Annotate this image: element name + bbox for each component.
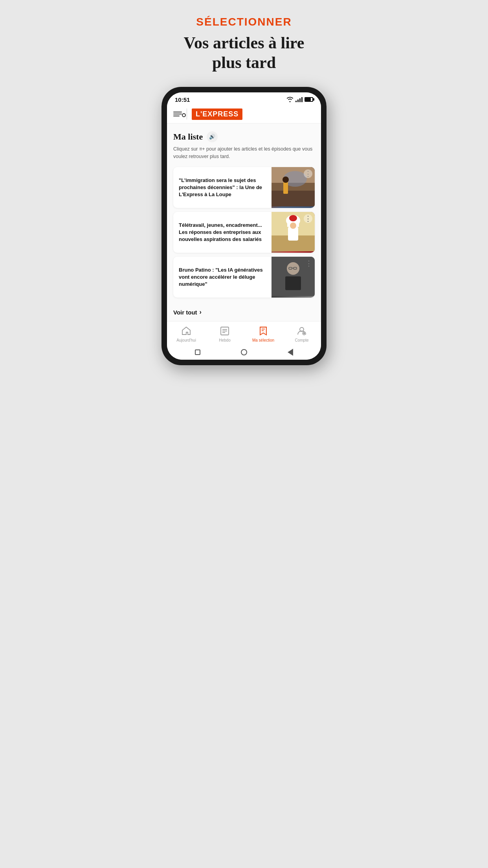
section-header: Ma liste 🔊: [173, 131, 315, 142]
action-label: SÉLECTIONNER: [161, 16, 327, 28]
signal-icon: [295, 97, 303, 102]
newspaper-icon: [219, 326, 230, 337]
svg-rect-11: [288, 227, 298, 241]
sound-icon[interactable]: 🔊: [207, 131, 218, 142]
search-circle: [182, 113, 186, 117]
article-image: ⋮: [272, 212, 315, 253]
svg-rect-15: [285, 276, 301, 290]
articles-list: "L'immigration sera le sujet des prochai…: [173, 167, 315, 298]
nav-item-compte[interactable]: Compte: [283, 326, 321, 342]
nav-label-aujourdhui: Aujourd'hui: [176, 338, 196, 342]
article-image: ⋮: [272, 257, 315, 298]
home-icon: [181, 326, 192, 337]
page-header: SÉLECTIONNER Vos articles à lire plus ta…: [161, 16, 327, 73]
section-title: Ma liste: [173, 132, 203, 142]
bottom-nav: Aujourd'hui Hebdo: [167, 321, 321, 345]
article-card[interactable]: "L'immigration sera le sujet des prochai…: [173, 167, 315, 208]
more-options-button[interactable]: ⋮: [304, 214, 312, 223]
article-image: ⋮: [272, 167, 315, 208]
android-recent-button[interactable]: [195, 349, 200, 355]
page-subtitle: Vos articles à lire plus tard: [161, 33, 327, 73]
article-title: "L'immigration sera le sujet des prochai…: [179, 177, 268, 199]
android-nav-bar: [167, 345, 321, 360]
account-icon: [296, 326, 307, 337]
nav-item-aujourdhui[interactable]: Aujourd'hui: [167, 326, 205, 342]
phone-screen: 10:51: [167, 92, 321, 360]
phone-frame: 10:51: [161, 87, 327, 366]
article-title: Bruno Patino : "Les IA génératives vont …: [179, 267, 268, 288]
svg-point-25: [304, 333, 305, 334]
article-card[interactable]: Bruno Patino : "Les IA génératives vont …: [173, 257, 315, 298]
status-icons: [286, 97, 313, 102]
svg-rect-1: [272, 191, 315, 206]
article-card[interactable]: Télétravail, jeunes, encadrement... Les …: [173, 212, 315, 253]
android-home-button[interactable]: [241, 349, 247, 355]
app-content: Ma liste 🔊 Cliquez sur ≡+ pour ajouter l…: [167, 123, 321, 322]
app-header: L'EXPRESS: [167, 105, 321, 123]
article-text: Bruno Patino : "Les IA génératives vont …: [173, 257, 272, 298]
article-text: "L'immigration sera le sujet des prochai…: [173, 167, 272, 208]
voir-tout-button[interactable]: Voir tout ›: [173, 302, 315, 321]
svg-rect-4: [283, 182, 288, 194]
article-text: Télétravail, jeunes, encadrement... Les …: [173, 212, 272, 253]
chevron-right-icon: ›: [200, 309, 202, 316]
svg-point-10: [289, 215, 297, 221]
menu-lines: [173, 112, 182, 116]
section-description: Cliquez sur ≡+ pour ajouter les articles…: [173, 145, 315, 160]
lexpress-logo[interactable]: L'EXPRESS: [192, 108, 242, 120]
wifi-icon: [286, 97, 294, 102]
status-bar: 10:51: [167, 92, 321, 105]
nav-label-ma-selection: Ma sélection: [252, 338, 274, 342]
menu-search-icon[interactable]: [173, 112, 182, 116]
article-title: Télétravail, jeunes, encadrement... Les …: [179, 222, 268, 243]
svg-point-12: [290, 223, 296, 229]
nav-label-hebdo: Hebdo: [219, 338, 230, 342]
more-options-button[interactable]: ⋮: [305, 259, 312, 268]
header-divider: [187, 108, 187, 120]
nav-item-ma-selection[interactable]: Ma sélection: [244, 326, 283, 342]
android-back-button[interactable]: [288, 349, 293, 356]
bookmark-icon: [258, 326, 269, 337]
status-time: 10:51: [175, 96, 190, 103]
battery-icon: [305, 97, 313, 102]
more-options-button[interactable]: ⋮: [304, 169, 312, 178]
nav-label-compte: Compte: [295, 338, 308, 342]
svg-point-5: [283, 177, 289, 183]
page-wrapper: SÉLECTIONNER Vos articles à lire plus ta…: [161, 16, 327, 365]
nav-item-hebdo[interactable]: Hebdo: [205, 326, 244, 342]
